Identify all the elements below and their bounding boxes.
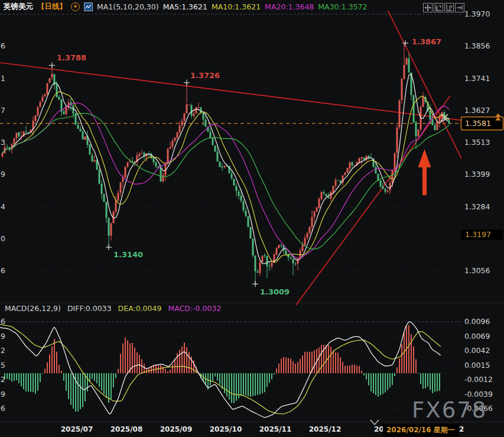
svg-text:0: 0 [1,234,5,243]
svg-text:-0.0012: -0.0012 [464,375,493,384]
svg-text:5: 5 [1,361,5,370]
go-to-latest-button[interactable] [455,3,464,12]
chart-canvas[interactable]: 1.37881.37261.38671.31401.30091.39701.38… [0,0,504,437]
svg-text:1.3856: 1.3856 [464,41,490,50]
ma10-value: MA10:1.3621 [212,2,261,11]
x-axis-clipped-label: 2 [459,425,464,433]
chart-toolbar [423,3,464,12]
svg-text:1.3970: 1.3970 [464,9,490,18]
svg-text:1.3056: 1.3056 [464,266,490,275]
ma30-line [2,114,449,250]
month-label: 2025/08 [110,425,142,433]
macd-histogram [4,325,440,412]
svg-text:7: 7 [1,106,5,115]
svg-text:1.3140: 1.3140 [113,250,143,259]
scale-axis-left-button[interactable] [434,3,443,12]
month-label: 2025/07 [61,425,93,433]
ma5-value: MA5:1.3621 [163,2,207,11]
svg-text:9: 9 [1,332,5,341]
macd-header: MACD(26,12,9) DIFF:0.0033 DEA:0.0049 MAC… [5,304,221,313]
svg-text:9: 9 [1,390,5,399]
scale-axis-right-button[interactable] [444,3,454,12]
up-arrow-annotation [418,149,431,195]
svg-text:1: 1 [1,74,5,83]
symbol-title: 英镑美元 [4,2,33,12]
date-tooltip: 2026/02/16 星期一 [383,424,459,436]
ma20-value: MA20:1.3648 [265,2,314,11]
macd-diff-value: DIFF:0.0033 [67,304,112,313]
svg-text:1.3741: 1.3741 [464,74,490,83]
svg-text:9: 9 [1,170,5,179]
svg-text:1.3399: 1.3399 [464,170,490,179]
month-label: 2025/10 [210,425,242,433]
main-chart-area[interactable] [0,3,474,312]
ma20-line [2,103,449,258]
move-tool-button[interactable] [423,3,433,12]
period-label: 【日线】 [37,2,67,12]
ma-params-label: MA1(5,10,20,30) [97,2,159,11]
marked-price-label: 1.3197 [461,229,503,240]
chart-header: 英镑美元 【日线】 + MA1(5,10,20,30) MA5:1.3621 M… [4,2,368,12]
svg-text:1.3867: 1.3867 [412,37,441,46]
svg-text:1.3581: 1.3581 [465,119,491,128]
svg-text:1.3513: 1.3513 [464,138,490,147]
svg-text:2: 2 [1,375,5,384]
svg-text:0.0042: 0.0042 [464,346,490,355]
svg-text:0.0069: 0.0069 [464,332,490,341]
dea-line [0,325,441,414]
add-indicator-icon[interactable]: + [71,2,80,11]
watermark: FX678 [412,397,487,423]
ma30-value: MA30:1.3572 [318,2,367,11]
svg-text:6: 6 [1,317,5,326]
x-axis: 20 2026/02/16 星期一 2 2025/072025/082025/0… [0,423,504,437]
svg-text:1.3197: 1.3197 [465,230,491,239]
macd-macd-value: MACD:-0.0032 [168,304,221,313]
macd-params-label: MACD(26,12,9) [5,304,61,313]
svg-text:6: 6 [1,404,5,413]
svg-text:1.3788: 1.3788 [57,53,86,62]
svg-text:3: 3 [1,138,5,147]
svg-text:1.3627: 1.3627 [464,106,490,115]
svg-text:6: 6 [1,266,5,275]
svg-text:0.0015: 0.0015 [464,361,490,370]
svg-text:6: 6 [1,41,5,50]
svg-text:1.3726: 1.3726 [190,71,220,80]
chart-app: 1.37881.37261.38671.31401.30091.39701.38… [0,0,504,437]
svg-text:4: 4 [1,202,5,211]
month-label: 2025/09 [160,425,192,433]
month-label: 2025/11 [259,425,291,433]
mini-chart-icon[interactable] [84,2,93,11]
price-axis: 1.39701.38561.37411.36271.35131.33991.32… [1,9,490,275]
svg-text:1.3009: 1.3009 [260,287,290,296]
macd-dea-value: DEA:0.0049 [118,304,162,313]
candlestick-series [2,43,450,284]
svg-text:0.0096: 0.0096 [464,317,490,326]
svg-text:1.3284: 1.3284 [464,202,490,211]
svg-text:2: 2 [1,346,5,355]
month-label: 2025/12 [309,425,341,433]
